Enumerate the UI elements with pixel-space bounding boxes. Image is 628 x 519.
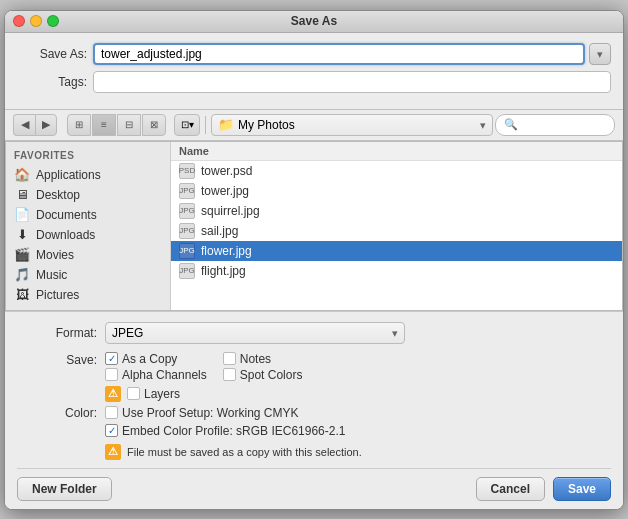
layers-checkbox-row: Layers	[127, 387, 180, 401]
spot-colors-label: Spot Colors	[240, 368, 303, 382]
sidebar-item-pictures[interactable]: 🖼 Pictures	[6, 285, 170, 305]
folder-icon: 📁	[218, 117, 234, 132]
movies-icon: 🎬	[14, 247, 30, 263]
alpha-channels-checkbox[interactable]	[105, 368, 118, 381]
sidebar-item-label: Desktop	[36, 188, 80, 202]
location-bar: 📁 My Photos	[211, 114, 493, 136]
file-icon: JPG	[179, 203, 195, 219]
save-options-row: Save: ✓ As a Copy Notes Alpha Channels S…	[17, 352, 611, 382]
save-label: Save:	[17, 352, 97, 367]
titlebar: Save As	[5, 11, 623, 33]
sidebar-item-music[interactable]: 🎵 Music	[6, 265, 170, 285]
layers-checkbox[interactable]	[127, 387, 140, 400]
cover-view-button[interactable]: ⊠	[142, 114, 166, 136]
sidebar-item-label: Documents	[36, 208, 97, 222]
close-button[interactable]	[13, 15, 25, 27]
desktop-icon: 🖥	[14, 187, 30, 203]
table-row[interactable]: JPG tower.jpg	[171, 181, 622, 201]
save-as-dropdown-btn[interactable]	[589, 43, 611, 65]
arrange-button[interactable]: ⊡▾	[174, 114, 200, 136]
save-options-grid: ✓ As a Copy Notes Alpha Channels Spot Co…	[105, 352, 324, 382]
location-select[interactable]: 📁 My Photos	[211, 114, 493, 136]
save-as-input[interactable]	[93, 43, 585, 65]
format-chevron-icon	[392, 326, 398, 340]
format-value: JPEG	[112, 326, 143, 340]
alpha-channels-label: Alpha Channels	[122, 368, 207, 382]
color-label: Color:	[17, 406, 97, 420]
sidebar-item-label: Movies	[36, 248, 74, 262]
back-button[interactable]: ◀	[13, 114, 35, 136]
save-button[interactable]: Save	[553, 477, 611, 501]
location-chevron-icon	[480, 118, 486, 132]
sidebar-item-documents[interactable]: 📄 Documents	[6, 205, 170, 225]
warning-text: File must be saved as a copy with this s…	[127, 446, 362, 458]
forward-button[interactable]: ▶	[35, 114, 57, 136]
file-name: flower.jpg	[201, 244, 252, 258]
save-as-row: Save As:	[17, 43, 611, 65]
spot-colors-checkbox[interactable]	[223, 368, 236, 381]
documents-icon: 📄	[14, 207, 30, 223]
embed-label: Embed Color Profile: sRGB IEC61966-2.1	[122, 424, 345, 438]
toolbar-separator	[205, 116, 206, 134]
applications-icon: 🏠	[14, 167, 30, 183]
search-icon: 🔍	[504, 118, 518, 131]
sidebar-item-label: Downloads	[36, 228, 95, 242]
use-proof-checkbox[interactable]	[105, 406, 118, 419]
format-select[interactable]: JPEG	[105, 322, 405, 344]
new-folder-button[interactable]: New Folder	[17, 477, 112, 501]
as-copy-label: As a Copy	[122, 352, 177, 366]
table-row[interactable]: JPG flower.jpg	[171, 241, 622, 261]
sidebar-item-downloads[interactable]: ⬇ Downloads	[6, 225, 170, 245]
color-row: Color: Use Proof Setup: Working CMYK	[17, 406, 611, 420]
file-icon: JPG	[179, 243, 195, 259]
search-box[interactable]: 🔍	[495, 114, 615, 136]
icon-view-button[interactable]: ⊞	[67, 114, 91, 136]
format-row: Format: JPEG	[17, 322, 611, 344]
file-icon: JPG	[179, 263, 195, 279]
format-label: Format:	[17, 326, 97, 340]
list-view-button[interactable]: ≡	[92, 114, 116, 136]
file-name: sail.jpg	[201, 224, 238, 238]
maximize-button[interactable]	[47, 15, 59, 27]
view-buttons: ⊞ ≡ ⊟ ⊠	[67, 114, 166, 136]
embed-row: ✓ Embed Color Profile: sRGB IEC61966-2.1	[17, 424, 611, 438]
tags-label: Tags:	[17, 75, 87, 89]
bottom-panel: Format: JPEG Save: ✓ As a Copy Notes	[5, 311, 623, 509]
use-proof-row: Use Proof Setup: Working CMYK	[105, 406, 299, 420]
table-row[interactable]: JPG squirrel.jpg	[171, 201, 622, 221]
notes-row: Notes	[223, 352, 325, 366]
table-row[interactable]: JPG flight.jpg	[171, 261, 622, 281]
notes-label: Notes	[240, 352, 271, 366]
sidebar-item-desktop[interactable]: 🖥 Desktop	[6, 185, 170, 205]
embed-checkbox-row: ✓ Embed Color Profile: sRGB IEC61966-2.1	[105, 424, 345, 438]
embed-checkbox[interactable]: ✓	[105, 424, 118, 437]
save-as-label: Save As:	[17, 47, 87, 61]
chevron-down-icon	[597, 47, 603, 61]
sidebar-item-movies[interactable]: 🎬 Movies	[6, 245, 170, 265]
column-view-button[interactable]: ⊟	[117, 114, 141, 136]
top-form: Save As: Tags:	[5, 33, 623, 109]
tags-input[interactable]	[93, 71, 611, 93]
tags-row: Tags:	[17, 71, 611, 93]
save-as-dialog: Save As Save As: Tags: ◀ ▶ ⊞ ≡ ⊟ ⊠ ⊡▾	[4, 10, 624, 510]
minimize-button[interactable]	[30, 15, 42, 27]
sidebar-item-label: Music	[36, 268, 67, 282]
favorites-header: FAVORITES	[6, 148, 170, 165]
spot-colors-row: Spot Colors	[223, 368, 325, 382]
cancel-button[interactable]: Cancel	[476, 477, 545, 501]
sidebar-item-applications[interactable]: 🏠 Applications	[6, 165, 170, 185]
table-row[interactable]: PSD tower.psd	[171, 161, 622, 181]
layers-label: Layers	[144, 387, 180, 401]
as-copy-checkbox[interactable]: ✓	[105, 352, 118, 365]
layers-row: ⚠ Layers	[17, 386, 611, 402]
browser-pane: FAVORITES 🏠 Applications 🖥 Desktop 📄 Doc…	[5, 141, 623, 311]
as-copy-row: ✓ As a Copy	[105, 352, 207, 366]
location-label: My Photos	[238, 118, 295, 132]
toolbar: ◀ ▶ ⊞ ≡ ⊟ ⊠ ⊡▾ 📁 My Photos 🔍	[5, 109, 623, 141]
file-name: tower.psd	[201, 164, 252, 178]
sidebar-item-label: Applications	[36, 168, 101, 182]
alpha-channels-row: Alpha Channels	[105, 368, 207, 382]
table-row[interactable]: JPG sail.jpg	[171, 221, 622, 241]
notes-checkbox[interactable]	[223, 352, 236, 365]
traffic-lights	[13, 15, 59, 27]
